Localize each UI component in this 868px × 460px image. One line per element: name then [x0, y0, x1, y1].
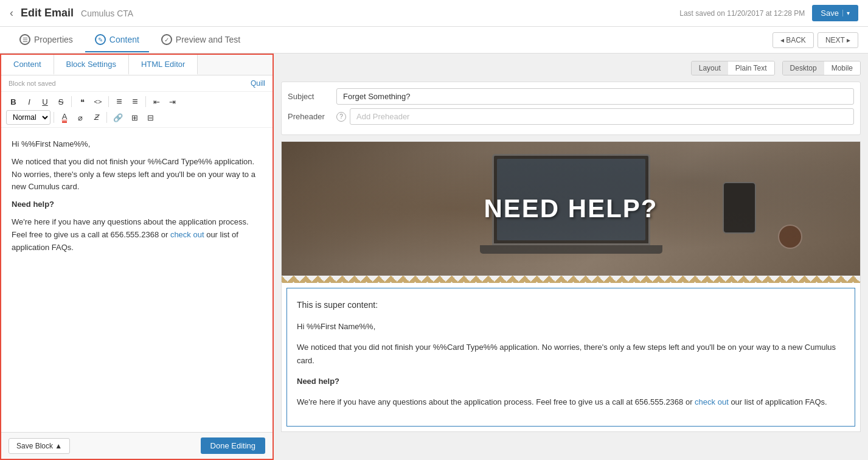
preview-line2: We noticed that you did not finish your … — [297, 341, 845, 368]
header-left: ‹ Edit Email Cumulus CTA — [10, 7, 133, 19]
preview-link[interactable]: check out — [695, 397, 729, 406]
save-dropdown-arrow[interactable]: ▾ — [842, 10, 850, 16]
format-select[interactable]: Normal — [6, 110, 50, 125]
editor-bold-text: Need help? — [12, 200, 54, 209]
next-nav-button[interactable]: NEXT ▸ — [818, 32, 858, 48]
plain-text-button[interactable]: Plain Text — [728, 61, 774, 75]
indent-left-button[interactable]: ⇤ — [149, 94, 164, 109]
page-subtitle: Cumulus CTA — [81, 9, 133, 18]
last-saved-text: Last saved on 11/20/2017 at 12:28 PM — [679, 9, 805, 18]
preview-icon: ✓ — [161, 34, 172, 45]
content-icon: ✎ — [95, 34, 106, 45]
ol-button[interactable]: ≡ — [112, 94, 127, 109]
preview-bold: Need help? — [297, 375, 845, 388]
tab-preview-label: Preview and Test — [176, 35, 240, 44]
coffee-illustration — [778, 225, 802, 249]
email-form: Subject Preheader ? — [281, 82, 861, 135]
desktop-mobile-toggle: Desktop Mobile — [782, 61, 861, 75]
toolbar-sep-4 — [54, 112, 54, 123]
tab-content[interactable]: ✎ Content — [85, 28, 149, 52]
preheader-row: Preheader ? — [288, 108, 854, 125]
sub-tab-content[interactable]: Content — [1, 55, 54, 75]
strikethrough-button[interactable]: S — [54, 94, 68, 109]
save-block-button[interactable]: Save Block ▲ — [9, 438, 70, 454]
bold-button[interactable]: B — [6, 94, 21, 109]
font-color-button[interactable]: A — [57, 110, 72, 125]
tab-content-label: Content — [109, 35, 139, 44]
link-button[interactable]: 🔗 — [110, 110, 126, 125]
editor-line2: We noticed that you did not finish your … — [12, 156, 262, 193]
font-color-label: A — [62, 112, 68, 123]
clear-format-button[interactable]: Ƶ — [89, 110, 103, 125]
image-button[interactable]: ⊞ — [127, 110, 142, 125]
toolbar-sep-1 — [71, 96, 72, 107]
save-label: Save — [821, 9, 839, 18]
tab-bar: ☰ Properties ✎ Content ✓ Preview and Tes… — [0, 27, 868, 54]
sub-tab-html-editor[interactable]: HTML Editor — [129, 55, 198, 75]
block-not-saved-text: Block not saved — [9, 80, 56, 87]
back-nav-button[interactable]: ◂ BACK — [773, 32, 814, 48]
desktop-button[interactable]: Desktop — [783, 61, 824, 75]
email-preview: NEED HELP? This is super content: Hi %%F… — [281, 141, 861, 432]
toolbar-row-1: B I U S ❝ <> ≡ ≡ ⇤ ⇥ — [6, 94, 268, 109]
tab-bar-left: ☰ Properties ✎ Content ✓ Preview and Tes… — [10, 28, 250, 52]
preview-line3-end: our list of application FAQs. — [729, 397, 827, 406]
editor-toolbar: B I U S ❝ <> ≡ ≡ ⇤ ⇥ Normal A ⌀ — [1, 92, 273, 128]
toolbar-row-2: Normal A ⌀ Ƶ 🔗 ⊞ ⊟ — [6, 110, 268, 125]
properties-icon: ☰ — [19, 34, 30, 45]
left-panel: Content Block Settings HTML Editor Block… — [0, 54, 274, 460]
preview-line3: We're here if you have any questions abo… — [297, 396, 845, 409]
back-arrow-icon[interactable]: ‹ — [10, 7, 13, 19]
editor-line1: Hi %%First Name%%, — [12, 138, 262, 151]
code-button[interactable]: <> — [91, 94, 105, 109]
italic-button[interactable]: I — [22, 94, 36, 109]
editor-header: Block not saved Quill — [1, 75, 273, 92]
preheader-label: Preheader — [288, 112, 336, 121]
toolbar-sep-3 — [145, 96, 146, 107]
phone-illustration — [723, 182, 756, 234]
right-panel: Layout Plain Text Desktop Mobile Subject… — [274, 54, 868, 460]
layout-button[interactable]: Layout — [692, 61, 728, 75]
toolbar-sep-5 — [106, 112, 107, 123]
tab-bar-right: ◂ BACK NEXT ▸ — [773, 32, 858, 48]
subject-row: Subject — [288, 88, 854, 105]
editor-link[interactable]: check out — [170, 230, 204, 239]
preview-content-box: This is super content: Hi %%First Name%%… — [286, 288, 855, 427]
editor-footer: Save Block ▲ Done Editing — [1, 432, 273, 459]
main-layout: Content Block Settings HTML Editor Block… — [0, 54, 868, 460]
zigzag-border — [282, 276, 860, 283]
editor-line3: We're here if you have any questions abo… — [12, 216, 262, 254]
preview-hero: NEED HELP? — [282, 142, 860, 276]
hero-text: NEED HELP? — [484, 194, 658, 223]
header-right: Last saved on 11/20/2017 at 12:28 PM Sav… — [679, 5, 858, 21]
preview-line3-text: We're here if you have any questions abo… — [297, 397, 695, 406]
layout-text-toggle: Layout Plain Text — [691, 61, 775, 75]
subject-label: Subject — [288, 92, 336, 101]
page-title: Edit Email — [21, 7, 74, 19]
sub-tabs: Content Block Settings HTML Editor — [1, 55, 273, 75]
done-editing-button[interactable]: Done Editing — [201, 437, 265, 454]
indent-right-button[interactable]: ⇥ — [165, 94, 179, 109]
tab-properties[interactable]: ☰ Properties — [10, 28, 83, 52]
toolbar-sep-2 — [108, 96, 109, 107]
tab-properties-label: Properties — [34, 35, 73, 44]
subject-input[interactable] — [336, 88, 854, 105]
sub-tab-block-settings[interactable]: Block Settings — [54, 55, 129, 75]
editor-content[interactable]: Hi %%First Name%%, We noticed that you d… — [1, 128, 273, 432]
table-button[interactable]: ⊟ — [143, 110, 158, 125]
underline-button[interactable]: U — [38, 94, 52, 109]
preheader-help-icon[interactable]: ? — [336, 112, 346, 122]
preview-line1: Hi %%First Name%%, — [297, 320, 845, 333]
preview-bold-text: Need help? — [297, 377, 339, 386]
save-button[interactable]: Save ▾ — [812, 5, 858, 21]
mobile-button[interactable]: Mobile — [824, 61, 860, 75]
ul-button[interactable]: ≡ — [128, 94, 142, 109]
preheader-input[interactable] — [350, 108, 854, 125]
blockquote-button[interactable]: ❝ — [75, 94, 89, 109]
editor-bold-line: Need help? — [12, 198, 262, 211]
view-controls: Layout Plain Text Desktop Mobile — [281, 61, 861, 75]
quill-label: Quill — [251, 79, 265, 88]
remove-format-button[interactable]: ⌀ — [73, 110, 88, 125]
top-header: ‹ Edit Email Cumulus CTA Last saved on 1… — [0, 0, 868, 27]
tab-preview[interactable]: ✓ Preview and Test — [151, 28, 250, 52]
